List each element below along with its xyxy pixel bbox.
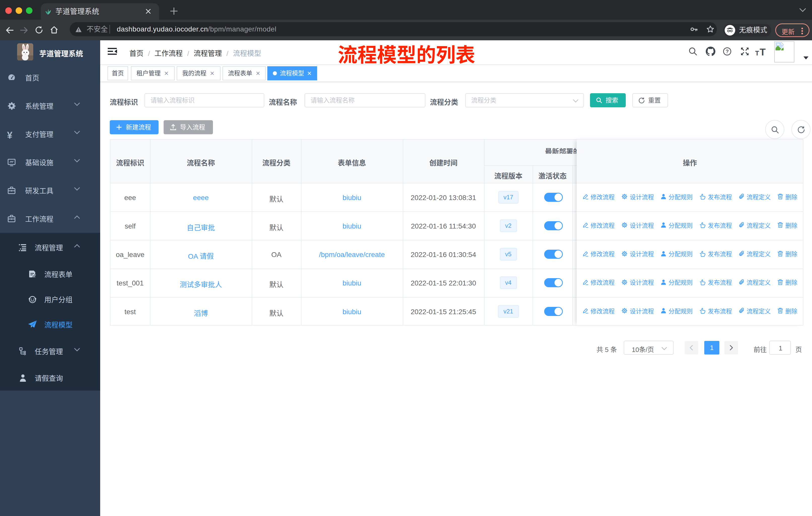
svg-text:T: T xyxy=(760,47,766,56)
svg-text:T: T xyxy=(755,49,759,56)
svg-text:?: ? xyxy=(726,49,729,54)
